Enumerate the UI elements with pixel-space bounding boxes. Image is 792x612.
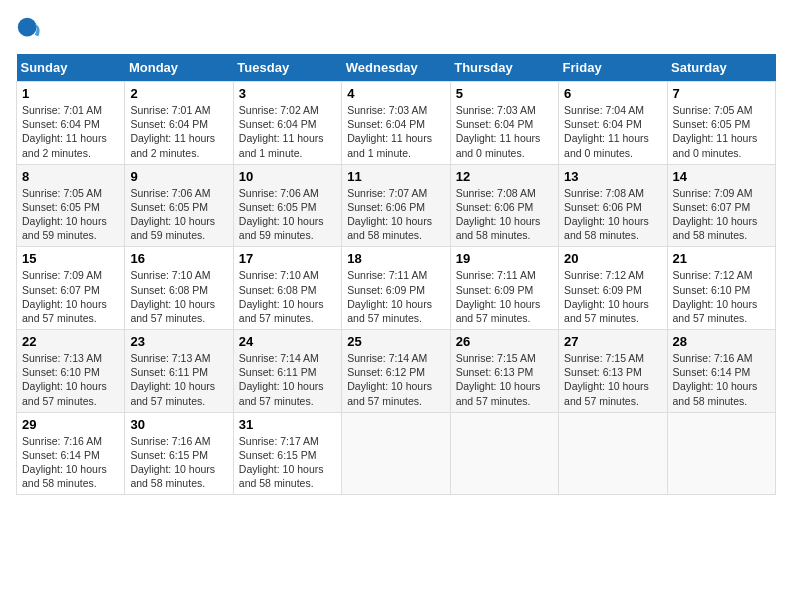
day-number: 24 bbox=[239, 334, 336, 349]
calendar-cell: 28Sunrise: 7:16 AMSunset: 6:14 PMDayligh… bbox=[667, 330, 775, 413]
day-number: 19 bbox=[456, 251, 553, 266]
calendar-cell: 7Sunrise: 7:05 AMSunset: 6:05 PMDaylight… bbox=[667, 82, 775, 165]
svg-point-0 bbox=[18, 18, 37, 37]
day-info: Sunrise: 7:05 AMSunset: 6:05 PMDaylight:… bbox=[22, 187, 107, 242]
day-info: Sunrise: 7:06 AMSunset: 6:05 PMDaylight:… bbox=[130, 187, 215, 242]
day-number: 28 bbox=[673, 334, 770, 349]
day-number: 6 bbox=[564, 86, 661, 101]
calendar-cell: 13Sunrise: 7:08 AMSunset: 6:06 PMDayligh… bbox=[559, 164, 667, 247]
logo-icon bbox=[16, 16, 44, 44]
day-info: Sunrise: 7:02 AMSunset: 6:04 PMDaylight:… bbox=[239, 104, 324, 159]
day-number: 8 bbox=[22, 169, 119, 184]
calendar-cell: 1Sunrise: 7:01 AMSunset: 6:04 PMDaylight… bbox=[17, 82, 125, 165]
day-number: 31 bbox=[239, 417, 336, 432]
calendar-cell: 22Sunrise: 7:13 AMSunset: 6:10 PMDayligh… bbox=[17, 330, 125, 413]
calendar-week-row: 29Sunrise: 7:16 AMSunset: 6:14 PMDayligh… bbox=[17, 412, 776, 495]
day-info: Sunrise: 7:01 AMSunset: 6:04 PMDaylight:… bbox=[22, 104, 107, 159]
day-info: Sunrise: 7:11 AMSunset: 6:09 PMDaylight:… bbox=[347, 269, 432, 324]
calendar-cell: 17Sunrise: 7:10 AMSunset: 6:08 PMDayligh… bbox=[233, 247, 341, 330]
day-number: 5 bbox=[456, 86, 553, 101]
calendar-cell: 25Sunrise: 7:14 AMSunset: 6:12 PMDayligh… bbox=[342, 330, 450, 413]
calendar-cell: 24Sunrise: 7:14 AMSunset: 6:11 PMDayligh… bbox=[233, 330, 341, 413]
day-info: Sunrise: 7:15 AMSunset: 6:13 PMDaylight:… bbox=[456, 352, 541, 407]
calendar-week-row: 15Sunrise: 7:09 AMSunset: 6:07 PMDayligh… bbox=[17, 247, 776, 330]
day-info: Sunrise: 7:16 AMSunset: 6:14 PMDaylight:… bbox=[22, 435, 107, 490]
calendar-week-row: 1Sunrise: 7:01 AMSunset: 6:04 PMDaylight… bbox=[17, 82, 776, 165]
calendar-week-row: 22Sunrise: 7:13 AMSunset: 6:10 PMDayligh… bbox=[17, 330, 776, 413]
calendar-cell: 2Sunrise: 7:01 AMSunset: 6:04 PMDaylight… bbox=[125, 82, 233, 165]
col-wednesday: Wednesday bbox=[342, 54, 450, 82]
calendar-cell: 14Sunrise: 7:09 AMSunset: 6:07 PMDayligh… bbox=[667, 164, 775, 247]
calendar-cell: 27Sunrise: 7:15 AMSunset: 6:13 PMDayligh… bbox=[559, 330, 667, 413]
day-info: Sunrise: 7:12 AMSunset: 6:09 PMDaylight:… bbox=[564, 269, 649, 324]
day-info: Sunrise: 7:13 AMSunset: 6:11 PMDaylight:… bbox=[130, 352, 215, 407]
day-number: 1 bbox=[22, 86, 119, 101]
day-number: 4 bbox=[347, 86, 444, 101]
calendar-cell bbox=[559, 412, 667, 495]
calendar-cell: 4Sunrise: 7:03 AMSunset: 6:04 PMDaylight… bbox=[342, 82, 450, 165]
calendar-cell: 6Sunrise: 7:04 AMSunset: 6:04 PMDaylight… bbox=[559, 82, 667, 165]
day-number: 13 bbox=[564, 169, 661, 184]
header-row: Sunday Monday Tuesday Wednesday Thursday… bbox=[17, 54, 776, 82]
day-number: 15 bbox=[22, 251, 119, 266]
day-info: Sunrise: 7:08 AMSunset: 6:06 PMDaylight:… bbox=[456, 187, 541, 242]
day-info: Sunrise: 7:17 AMSunset: 6:15 PMDaylight:… bbox=[239, 435, 324, 490]
col-monday: Monday bbox=[125, 54, 233, 82]
calendar-cell: 31Sunrise: 7:17 AMSunset: 6:15 PMDayligh… bbox=[233, 412, 341, 495]
day-number: 23 bbox=[130, 334, 227, 349]
day-number: 12 bbox=[456, 169, 553, 184]
calendar-cell: 16Sunrise: 7:10 AMSunset: 6:08 PMDayligh… bbox=[125, 247, 233, 330]
day-info: Sunrise: 7:09 AMSunset: 6:07 PMDaylight:… bbox=[673, 187, 758, 242]
calendar-cell bbox=[667, 412, 775, 495]
calendar-cell: 8Sunrise: 7:05 AMSunset: 6:05 PMDaylight… bbox=[17, 164, 125, 247]
calendar-cell: 18Sunrise: 7:11 AMSunset: 6:09 PMDayligh… bbox=[342, 247, 450, 330]
day-number: 30 bbox=[130, 417, 227, 432]
calendar-cell: 29Sunrise: 7:16 AMSunset: 6:14 PMDayligh… bbox=[17, 412, 125, 495]
calendar-table: Sunday Monday Tuesday Wednesday Thursday… bbox=[16, 54, 776, 495]
calendar-cell: 15Sunrise: 7:09 AMSunset: 6:07 PMDayligh… bbox=[17, 247, 125, 330]
day-number: 25 bbox=[347, 334, 444, 349]
col-tuesday: Tuesday bbox=[233, 54, 341, 82]
day-info: Sunrise: 7:12 AMSunset: 6:10 PMDaylight:… bbox=[673, 269, 758, 324]
day-info: Sunrise: 7:11 AMSunset: 6:09 PMDaylight:… bbox=[456, 269, 541, 324]
day-info: Sunrise: 7:13 AMSunset: 6:10 PMDaylight:… bbox=[22, 352, 107, 407]
day-info: Sunrise: 7:14 AMSunset: 6:11 PMDaylight:… bbox=[239, 352, 324, 407]
day-info: Sunrise: 7:10 AMSunset: 6:08 PMDaylight:… bbox=[239, 269, 324, 324]
day-number: 26 bbox=[456, 334, 553, 349]
calendar-cell: 3Sunrise: 7:02 AMSunset: 6:04 PMDaylight… bbox=[233, 82, 341, 165]
day-info: Sunrise: 7:09 AMSunset: 6:07 PMDaylight:… bbox=[22, 269, 107, 324]
page-header bbox=[16, 16, 776, 44]
calendar-cell: 30Sunrise: 7:16 AMSunset: 6:15 PMDayligh… bbox=[125, 412, 233, 495]
calendar-week-row: 8Sunrise: 7:05 AMSunset: 6:05 PMDaylight… bbox=[17, 164, 776, 247]
col-saturday: Saturday bbox=[667, 54, 775, 82]
col-friday: Friday bbox=[559, 54, 667, 82]
calendar-cell bbox=[342, 412, 450, 495]
day-number: 14 bbox=[673, 169, 770, 184]
calendar-cell: 11Sunrise: 7:07 AMSunset: 6:06 PMDayligh… bbox=[342, 164, 450, 247]
day-number: 10 bbox=[239, 169, 336, 184]
day-info: Sunrise: 7:16 AMSunset: 6:14 PMDaylight:… bbox=[673, 352, 758, 407]
day-number: 11 bbox=[347, 169, 444, 184]
calendar-cell: 9Sunrise: 7:06 AMSunset: 6:05 PMDaylight… bbox=[125, 164, 233, 247]
calendar-cell: 21Sunrise: 7:12 AMSunset: 6:10 PMDayligh… bbox=[667, 247, 775, 330]
day-info: Sunrise: 7:03 AMSunset: 6:04 PMDaylight:… bbox=[347, 104, 432, 159]
day-info: Sunrise: 7:04 AMSunset: 6:04 PMDaylight:… bbox=[564, 104, 649, 159]
day-info: Sunrise: 7:07 AMSunset: 6:06 PMDaylight:… bbox=[347, 187, 432, 242]
calendar-cell: 26Sunrise: 7:15 AMSunset: 6:13 PMDayligh… bbox=[450, 330, 558, 413]
col-sunday: Sunday bbox=[17, 54, 125, 82]
calendar-cell: 23Sunrise: 7:13 AMSunset: 6:11 PMDayligh… bbox=[125, 330, 233, 413]
col-thursday: Thursday bbox=[450, 54, 558, 82]
calendar-cell bbox=[450, 412, 558, 495]
day-number: 9 bbox=[130, 169, 227, 184]
day-info: Sunrise: 7:05 AMSunset: 6:05 PMDaylight:… bbox=[673, 104, 758, 159]
calendar-cell: 12Sunrise: 7:08 AMSunset: 6:06 PMDayligh… bbox=[450, 164, 558, 247]
calendar-cell: 19Sunrise: 7:11 AMSunset: 6:09 PMDayligh… bbox=[450, 247, 558, 330]
day-number: 17 bbox=[239, 251, 336, 266]
day-info: Sunrise: 7:14 AMSunset: 6:12 PMDaylight:… bbox=[347, 352, 432, 407]
day-info: Sunrise: 7:16 AMSunset: 6:15 PMDaylight:… bbox=[130, 435, 215, 490]
day-info: Sunrise: 7:03 AMSunset: 6:04 PMDaylight:… bbox=[456, 104, 541, 159]
day-number: 27 bbox=[564, 334, 661, 349]
day-number: 20 bbox=[564, 251, 661, 266]
day-number: 16 bbox=[130, 251, 227, 266]
day-info: Sunrise: 7:08 AMSunset: 6:06 PMDaylight:… bbox=[564, 187, 649, 242]
